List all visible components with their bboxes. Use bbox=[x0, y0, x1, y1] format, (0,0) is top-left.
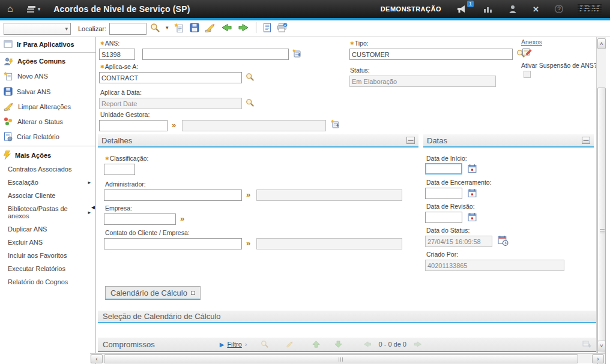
table-edit-button[interactable] bbox=[285, 341, 294, 348]
aplicar-data-lookup-button[interactable] bbox=[246, 98, 255, 107]
criado-por-label: Criado Por: bbox=[426, 251, 458, 258]
home-icon[interactable]: ⌂ bbox=[7, 4, 13, 14]
data-inicio-input[interactable] bbox=[425, 163, 462, 175]
status-input bbox=[349, 76, 496, 87]
calendar-clock-icon bbox=[498, 235, 509, 246]
sidebar-item-contratos-associados[interactable]: Contratos Associados bbox=[0, 163, 95, 176]
minimize-section-button[interactable]: — bbox=[582, 137, 590, 144]
long-description-button[interactable] bbox=[292, 49, 303, 59]
sidebar-item-limpar-alteracoes[interactable]: Limpar Alterações bbox=[0, 99, 95, 114]
sidebar-section-common-actions[interactable]: Ações Comuns bbox=[0, 54, 95, 68]
lightning-icon bbox=[4, 151, 11, 160]
attachment-edit-icon bbox=[522, 47, 533, 57]
move-down-button[interactable] bbox=[334, 340, 343, 348]
tab-calendario-de-calculo[interactable]: Calendário de Cálculo bbox=[105, 286, 201, 300]
search-button[interactable] bbox=[150, 23, 160, 33]
sidebar-item-criar-relatorio[interactable]: Criar Relatório bbox=[0, 129, 95, 145]
previous-record-button[interactable] bbox=[221, 23, 232, 32]
vertical-scroll-thumb[interactable] bbox=[597, 88, 606, 364]
detail-menu-button[interactable]: » bbox=[180, 214, 184, 223]
calendar-button[interactable] bbox=[468, 188, 477, 198]
sidebar-collapse-handle[interactable]: ◄ bbox=[90, 204, 96, 210]
sidebar-item-escalacao[interactable]: Escalação▸ bbox=[0, 176, 95, 189]
search-icon bbox=[150, 23, 160, 33]
next-record-button[interactable] bbox=[238, 23, 249, 32]
reports-list-button[interactable] bbox=[263, 23, 271, 32]
long-description-button[interactable] bbox=[331, 119, 341, 130]
localizar-input[interactable] bbox=[109, 23, 146, 35]
empresa-input[interactable] bbox=[104, 213, 176, 225]
sidebar-item-incluir-favoritos[interactable]: Incluir aos Favoritos bbox=[0, 249, 95, 262]
classificacao-input[interactable] bbox=[104, 164, 135, 175]
sidebar-item-duplicar-ans[interactable]: Duplicar ANS bbox=[0, 222, 95, 236]
data-revisao-input[interactable] bbox=[425, 212, 462, 223]
sidebar-item-associar-cliente[interactable]: Associar Cliente bbox=[0, 189, 95, 202]
bulletin-board-button[interactable]: 1 bbox=[457, 5, 468, 13]
suspensao-label: Ativar Suspensão de ANS? bbox=[521, 62, 597, 69]
pager-previous-button[interactable] bbox=[363, 341, 372, 348]
sidebar-section-more-actions[interactable]: Mais Ações bbox=[0, 148, 95, 163]
calendar-button[interactable] bbox=[468, 212, 477, 222]
selecao-section-header[interactable]: Seleção de Calendário de Cálculo bbox=[98, 311, 596, 323]
attachments-button[interactable] bbox=[522, 47, 533, 57]
sidebar-item-excluir-ans[interactable]: Excluir ANS bbox=[0, 236, 95, 249]
new-record-button[interactable] bbox=[174, 23, 184, 33]
anexos-link[interactable]: Anexos bbox=[521, 38, 542, 46]
sidebar-item-alterar-status[interactable]: Alterar o Status bbox=[0, 114, 95, 129]
help-button[interactable]: ? bbox=[555, 5, 563, 13]
move-up-button[interactable] bbox=[312, 340, 321, 348]
ans-input[interactable] bbox=[99, 49, 135, 60]
scroll-down-button[interactable]: ˅ bbox=[597, 341, 606, 351]
filter-expand-icon[interactable]: ▶ bbox=[220, 341, 225, 348]
horizontal-scroll-thumb[interactable] bbox=[104, 354, 578, 363]
aplica-se-lookup-button[interactable] bbox=[246, 73, 255, 82]
detail-menu-button[interactable]: » bbox=[246, 239, 250, 248]
search-icon bbox=[246, 98, 255, 107]
calendar-button[interactable] bbox=[468, 164, 477, 173]
title-bar: ⌂ ▾ Acordos de Nivel de Serviço (SP) DEM… bbox=[0, 0, 610, 18]
long-description-icon bbox=[331, 119, 341, 130]
filtro-link[interactable]: Filtro bbox=[227, 341, 241, 348]
notification-badge: 1 bbox=[467, 1, 474, 7]
contato-input[interactable] bbox=[104, 238, 242, 249]
sidebar-item-relatorio-cognos[interactable]: Relatório do Cognos bbox=[0, 275, 95, 288]
sidebar-item-go-to-applications[interactable]: Ir Para Aplicativos bbox=[0, 37, 95, 51]
vertical-scrollbar[interactable]: ˄ ˅ bbox=[596, 37, 606, 353]
profile-button[interactable] bbox=[509, 5, 517, 13]
save-button[interactable] bbox=[190, 23, 199, 32]
record-toolbar: ▾ Localizar: ▾ bbox=[0, 20, 610, 37]
reports-button[interactable] bbox=[483, 5, 493, 13]
arrow-up-icon bbox=[312, 340, 321, 348]
print-button[interactable] bbox=[277, 23, 288, 32]
aplica-se-input[interactable] bbox=[99, 72, 242, 83]
arrow-right-icon bbox=[414, 341, 422, 348]
new-record-icon bbox=[174, 23, 184, 33]
sidebar-item-novo-ans[interactable]: Novo ANS bbox=[0, 68, 95, 84]
detalhes-title: Detalhes bbox=[101, 136, 132, 145]
detail-menu-button[interactable]: » bbox=[172, 121, 176, 130]
search-options-caret[interactable]: ▾ bbox=[166, 25, 169, 31]
record-select-dropdown[interactable]: ▾ bbox=[4, 23, 71, 35]
sidebar-item-executar-relatorios[interactable]: Executar Relatórios bbox=[0, 262, 95, 275]
data-encerramento-input[interactable] bbox=[425, 188, 462, 199]
scroll-left-button[interactable]: ‹ bbox=[91, 354, 103, 363]
sidebar-item-biblioteca-anexos[interactable]: Biblioteca/Pastas de anexos▸ bbox=[0, 202, 95, 222]
scroll-up-button[interactable]: ˄ bbox=[597, 38, 606, 49]
pager-next-button[interactable] bbox=[414, 341, 422, 348]
clear-changes-button[interactable] bbox=[205, 23, 216, 32]
app-switcher-button[interactable]: ▾ bbox=[26, 5, 41, 13]
suspensao-checkbox[interactable] bbox=[524, 71, 531, 78]
administrador-input[interactable] bbox=[104, 189, 242, 201]
ans-description-input[interactable] bbox=[142, 49, 289, 60]
scroll-right-button[interactable]: › bbox=[592, 354, 604, 363]
sidebar-item-salvar-ans[interactable]: Salvar ANS bbox=[0, 84, 95, 99]
horizontal-scrollbar[interactable]: ‹ › bbox=[90, 353, 605, 363]
table-search-button[interactable] bbox=[261, 340, 269, 348]
tipo-input[interactable] bbox=[349, 49, 513, 60]
table-download-button[interactable] bbox=[582, 341, 591, 348]
calendar-clock-button[interactable] bbox=[498, 235, 509, 246]
detail-menu-button[interactable]: » bbox=[246, 190, 250, 199]
unidade-gestora-input[interactable] bbox=[99, 120, 168, 131]
sign-out-button[interactable]: ✕ bbox=[533, 5, 539, 14]
minimize-section-button[interactable]: — bbox=[406, 137, 415, 144]
